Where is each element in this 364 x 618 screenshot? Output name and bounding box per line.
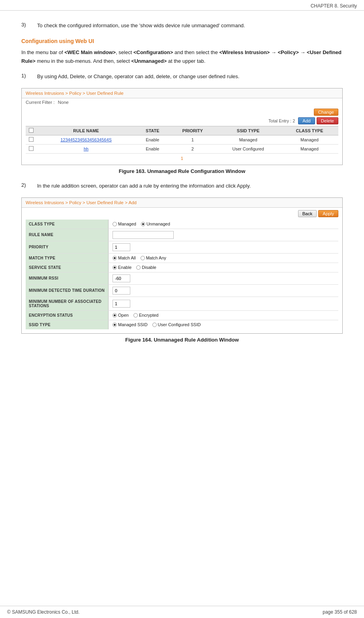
service-state-value: Enable Disable (109, 263, 338, 272)
form-row-minimum-rssi: MINIMUM RSSI (26, 272, 338, 285)
open-option[interactable]: Open (113, 313, 129, 317)
class-type-value: Managed Unmanaged (109, 220, 338, 229)
fig163-toolbar2: Total Entry : 2 Add Delete (22, 116, 342, 126)
filter-label: Current Filter : (26, 100, 55, 105)
class-type-radio-group: Managed Unmanaged (113, 222, 170, 226)
match-type-radio-group: Match All Match Any (113, 255, 166, 260)
rule-name-input[interactable] (113, 231, 174, 239)
match-all-option[interactable]: Match All (113, 255, 136, 260)
fig163-table-container: RULE NAME STATE PRIORITY SSID TYPE CLASS… (22, 126, 342, 165)
class-type-unmanaged-radio[interactable] (141, 222, 145, 226)
intro-text: In the menu bar of <WEC Main window>, se… (21, 48, 343, 66)
form-row-class-type: CLASS TYPE Managed Unmanaged (26, 220, 338, 229)
ssid-type-radio-group: Managed SSID User Configured SSID (113, 322, 201, 327)
header-checkbox[interactable] (29, 128, 34, 133)
row2-priority: 2 (170, 144, 216, 153)
user-configured-ssid-option[interactable]: User Configured SSID (152, 322, 201, 327)
encrypted-radio[interactable] (133, 313, 138, 317)
min-detected-time-value (109, 285, 338, 297)
enable-radio[interactable] (113, 265, 117, 270)
item2-text: In the rule addition screen, operator ca… (37, 182, 251, 190)
fig163-breadcrumb: Wireless Intrusions > Policy > User Defi… (22, 88, 342, 98)
figure-163-box: Wireless Intrusions > Policy > User Defi… (21, 88, 343, 165)
col-priority: PRIORITY (170, 126, 216, 135)
row1-priority: 1 (170, 135, 216, 144)
priority-value (109, 241, 338, 253)
encrypted-option[interactable]: Encrypted (133, 313, 159, 317)
row2-ssid-type: User Configured (216, 144, 281, 153)
back-button[interactable]: Back (298, 210, 317, 217)
match-all-radio[interactable] (113, 256, 117, 260)
fig163-table: RULE NAME STATE PRIORITY SSID TYPE CLASS… (26, 126, 338, 154)
priority-input[interactable] (113, 243, 130, 251)
add-button[interactable]: Add (298, 117, 315, 124)
item2-num: 2) (21, 182, 32, 190)
footer-copyright: © SAMSUNG Electronics Co., Ltd. (7, 609, 80, 615)
min-associated-stations-input[interactable] (113, 300, 130, 308)
user-configured-ssid-radio[interactable] (152, 323, 157, 327)
page-header: CHAPTER 8. Security (0, 0, 364, 11)
row1-checkbox[interactable] (29, 137, 34, 142)
match-any-radio[interactable] (141, 256, 145, 260)
encryption-status-label: ENCRYPTION STATUS (26, 311, 109, 320)
row1-class-type: Managed (281, 135, 338, 144)
service-state-radio-group: Enable Disable (113, 265, 156, 270)
form-row-service-state: SERVICE STATE Enable Disable (26, 263, 338, 272)
table-row: hh Enable 2 User Configured Managed (26, 144, 338, 153)
fig163-toolbar: Change (22, 106, 342, 116)
numbered-item-2: 2) In the rule addition screen, operator… (21, 182, 343, 190)
class-type-unmanaged[interactable]: Unmanaged (141, 222, 170, 226)
match-type-value: Match All Match Any (109, 254, 338, 263)
numbered-item-1: 1) By using Add, Delete, or Change, oper… (21, 73, 343, 81)
item1-num: 1) (21, 73, 32, 81)
min-detected-time-input[interactable] (113, 287, 130, 295)
row1-ssid-type: Managed (216, 135, 281, 144)
disable-option[interactable]: Disable (136, 265, 156, 270)
fig164-toolbar: Back Apply (22, 208, 342, 220)
apply-button[interactable]: Apply (318, 210, 338, 217)
class-type-managed-radio[interactable] (113, 222, 117, 226)
class-type-label: CLASS TYPE (26, 220, 109, 229)
min-detected-time-label: MINIMUM DETECTED TIME DURATION (26, 285, 109, 297)
figure164-caption: Figure 164. Unmanaged Rule Addition Wind… (21, 337, 343, 343)
min-associated-stations-value (109, 297, 338, 310)
fig163-filter-row: Current Filter : None (22, 98, 342, 106)
page-footer: © SAMSUNG Electronics Co., Ltd. page 355… (0, 606, 364, 618)
section-title: Configuration using Web UI (21, 38, 343, 44)
encryption-status-value: Open Encrypted (109, 311, 338, 320)
row2-checkbox[interactable] (29, 146, 34, 151)
row2-check (26, 144, 37, 153)
managed-ssid-option[interactable]: Managed SSID (113, 322, 148, 327)
col-check (26, 126, 37, 135)
match-any-option[interactable]: Match Any (141, 255, 166, 260)
row1-check (26, 135, 37, 144)
class-type-managed[interactable]: Managed (113, 222, 136, 226)
form-row-encryption-status: ENCRYPTION STATUS Open Encrypted (26, 311, 338, 320)
priority-label: PRIORITY (26, 241, 109, 253)
footer-page: page 355 of 628 (323, 609, 357, 615)
col-state: STATE (135, 126, 170, 135)
form-row-ssid-type: SSID TYPE Managed SSID User Configured S… (26, 320, 338, 329)
col-rule-name: RULE NAME (37, 126, 135, 135)
row2-class-type: Managed (281, 144, 338, 153)
minimum-rssi-input[interactable] (113, 274, 130, 282)
page-content: 3) To check the configured information, … (0, 11, 364, 366)
change-button[interactable]: Change (314, 109, 338, 116)
delete-button[interactable]: Delete (317, 117, 338, 124)
item3-num: 3) (21, 22, 32, 30)
figure-164-box: Wireless Intrusions > Policy > User Defi… (21, 197, 343, 334)
enable-option[interactable]: Enable (113, 265, 131, 270)
form-row-min-associated-stations: MINIMUM NUMBER OF ASSOCIATED STATIONS (26, 297, 338, 311)
row2-name[interactable]: hh (37, 144, 135, 153)
row1-name[interactable]: 12344523456345634564S (37, 135, 135, 144)
form-row-priority: PRIORITY (26, 241, 338, 254)
total-entry: Total Entry : 2 (268, 118, 295, 123)
form-row-rule-name: RULE NAME (26, 229, 338, 241)
min-associated-stations-label: MINIMUM NUMBER OF ASSOCIATED STATIONS (26, 297, 109, 310)
managed-ssid-radio[interactable] (113, 323, 117, 327)
figure163-caption: Figure 163. Unmanaged Rule Configuration… (21, 168, 343, 174)
table-row: 12344523456345634564S Enable 1 Managed M… (26, 135, 338, 144)
open-radio[interactable] (113, 313, 117, 317)
chapter-title: CHAPTER 8. Security (311, 3, 357, 9)
disable-radio[interactable] (136, 265, 141, 270)
